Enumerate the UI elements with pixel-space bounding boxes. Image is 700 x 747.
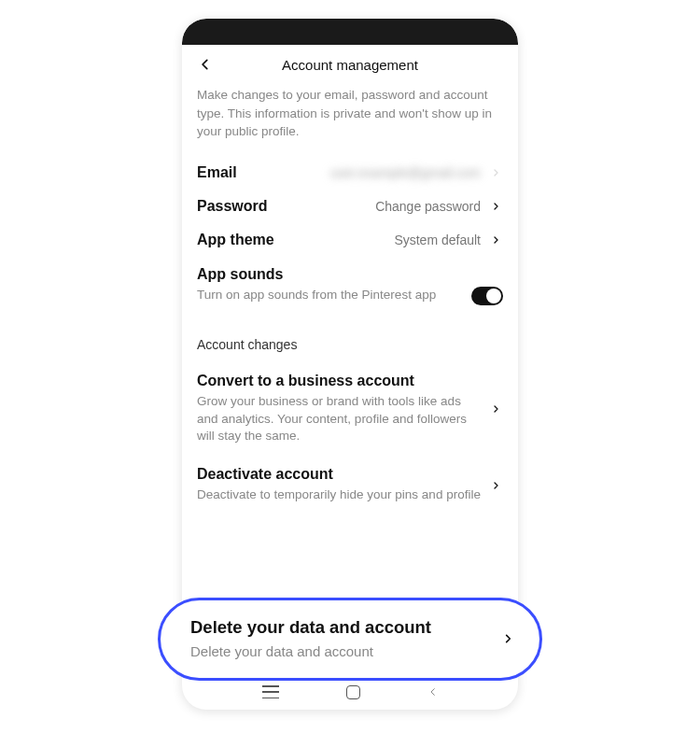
theme-row[interactable]: App theme System default	[197, 223, 503, 257]
nav-back-icon[interactable]	[428, 684, 438, 699]
convert-title: Convert to a business account	[197, 373, 481, 389]
email-label: Email	[197, 164, 237, 181]
email-value: user.example@gmail.com	[237, 165, 488, 180]
password-value: Change password	[268, 199, 488, 214]
chevron-right-icon	[488, 402, 503, 416]
sounds-toggle[interactable]	[471, 287, 503, 305]
page-header: Account management	[197, 45, 503, 86]
theme-label: App theme	[197, 232, 274, 248]
chevron-right-icon	[488, 165, 503, 180]
delete-account-row[interactable]: Delete your data and account Delete your…	[158, 598, 542, 681]
nav-recents-icon[interactable]	[262, 685, 279, 698]
theme-value: System default	[274, 233, 488, 247]
email-row[interactable]: Email user.example@gmail.com	[197, 156, 503, 190]
nav-home-icon[interactable]	[346, 685, 360, 699]
password-label: Password	[197, 198, 268, 215]
chevron-right-icon	[488, 199, 503, 214]
sounds-description: Turn on app sounds from the Pinterest ap…	[197, 287, 471, 304]
sounds-label: App sounds	[197, 266, 503, 283]
page-title: Account management	[197, 57, 503, 73]
status-bar	[182, 19, 518, 45]
sounds-row: App sounds Turn on app sounds from the P…	[197, 257, 503, 309]
deactivate-title: Deactivate account	[197, 466, 481, 483]
section-header: Account changes	[197, 337, 503, 352]
password-row[interactable]: Password Change password	[197, 190, 503, 223]
delete-description: Delete your data and account	[190, 643, 500, 659]
convert-business-row[interactable]: Convert to a business account Grow your …	[197, 365, 503, 459]
deactivate-row[interactable]: Deactivate account Deactivate to tempora…	[197, 458, 503, 517]
delete-title: Delete your data and account	[190, 617, 500, 638]
chevron-right-icon	[488, 233, 503, 247]
toggle-knob	[486, 289, 501, 303]
chevron-right-icon	[500, 631, 515, 646]
chevron-right-icon	[488, 478, 503, 493]
page-description: Make changes to your email, password and…	[197, 86, 503, 141]
deactivate-description: Deactivate to temporarily hide your pins…	[197, 486, 481, 504]
convert-description: Grow your business or brand with tools l…	[197, 393, 481, 446]
